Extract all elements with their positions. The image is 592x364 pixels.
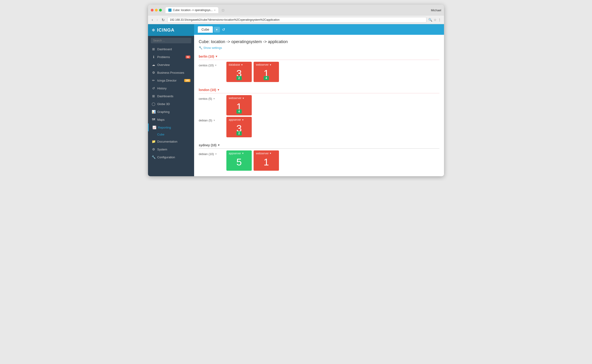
sidebar-item-system[interactable]: ⚙ System [148,145,194,153]
search-icon[interactable]: 🔍 [428,18,432,22]
sydney-debian-row: debian (10) ▼ appserver ▼ 5 [199,150,439,171]
sidebar-item-graphing[interactable]: 📊 Graphing [148,108,194,116]
sidebar-search-input[interactable] [151,38,191,43]
sidebar-item-label: System [157,148,167,151]
database-tile-header: database ▼ [229,63,250,66]
sidebar-item-dashboards[interactable]: ⊞ Dashboards [148,92,194,100]
debian-filter-icon[interactable]: ▼ [213,119,216,122]
new-tab-button[interactable]: □ [220,7,226,13]
reload-button[interactable]: ↻ [161,17,165,23]
sidebar-item-maps[interactable]: 🗺 Maps [148,116,194,124]
sidebar-item-label: Graphing [157,110,170,114]
sidebar-item-label: Reporting [158,126,171,129]
topbar-refresh[interactable]: ↺ [221,26,226,33]
sidebar-item-label: Icinga Director [157,79,177,82]
berlin-centos-row: centos (10) ▼ database ▼ 3 2 [199,62,439,82]
window-controls[interactable] [151,9,162,12]
database-label: database [229,63,240,66]
sydney-webserver-tile[interactable]: webserver ▼ 1 [254,150,279,171]
sidebar-logo: ❄ ICINGA [148,24,194,36]
london-filter-icon[interactable]: ▼ [217,88,220,91]
logo-icon: ❄ [152,28,155,33]
london-centos-tiles: webserver ▼ 1 4 [226,95,252,115]
webserver-badge: 4 [237,110,242,114]
berlin-webserver-tile[interactable]: webserver ▼ 1 4 [254,62,279,82]
sidebar-item-reporting[interactable]: 📈 Reporting [148,124,194,131]
sydney-debian-tiles: appserver ▼ 5 webserver ▼ 1 [226,150,279,171]
tab-favicon: ⬡ [168,8,171,12]
topbar-dropdown[interactable]: ▾ [214,27,220,32]
page-title: Cube: location -> operatingsystem -> app… [199,39,439,44]
address-input[interactable] [167,17,427,23]
sidebar-search-container [148,36,194,45]
appserver-label: appserver [229,118,241,121]
sidebar-item-label: Overview [157,63,170,67]
london-appserver-tile[interactable]: appserver ▼ 3 2 [226,117,252,137]
configuration-icon: 🔧 [152,155,155,159]
berlin-centos-tiles: database ▼ 3 2 webserver ▼ [226,62,279,82]
centos-filter-icon[interactable]: ▼ [213,98,215,100]
london-debian-row: debian (5) ▼ appserver ▼ 3 2 [199,117,439,137]
centos-filter-icon[interactable]: ▼ [215,64,217,67]
logo-text: ICINGA [157,27,175,33]
sydney-debian-label: debian (10) ▼ [199,150,226,156]
berlin-database-tile[interactable]: database ▼ 3 2 [226,62,252,82]
sidebar-item-label: Dashboards [157,94,173,98]
debian-filter-icon[interactable]: ▼ [215,153,217,155]
cube-tab[interactable]: Cube [198,26,213,33]
sidebar-item-problems[interactable]: ℹ Problems 62 [148,53,194,61]
webserver-number: 1 [256,157,277,168]
appserver-label: appserver [229,152,241,155]
sidebar-item-overview[interactable]: ☁ Overview [148,61,194,69]
sidebar-sub-cube[interactable]: Cube [148,131,194,137]
back-button[interactable]: ‹ [151,17,154,22]
webserver-tile-header: webserver ▼ [256,152,277,155]
berlin-header: berlin (10) ▼ [199,53,439,60]
sidebar-item-label: Maps [157,118,164,121]
london-debian-label: debian (5) ▼ [199,117,226,122]
sidebar: ❄ ICINGA ⊞ Dashboard ℹ Problems 62 ☁ Ove… [148,24,194,176]
berlin-label: berlin (10) [199,55,214,58]
sidebar-item-globe3d[interactable]: ◯ Globe 3D [148,100,194,108]
sydney-filter-icon[interactable]: ▼ [217,143,220,147]
sidebar-item-label: Business Processes [157,71,184,74]
sidebar-item-configuration[interactable]: 🔧 Configuration [148,153,194,161]
reporting-icon: 📈 [152,126,156,129]
berlin-filter-icon[interactable]: ▼ [215,55,218,58]
cube-section-berlin: berlin (10) ▼ centos (10) ▼ database [199,53,439,82]
main-content: Cube: location -> operatingsystem -> app… [194,35,444,176]
minimize-dot[interactable] [155,9,158,12]
bookmark-icon[interactable]: ☆ [434,18,437,22]
appserver-filter-icon: ▼ [242,119,244,121]
app-container: ❄ ICINGA ⊞ Dashboard ℹ Problems 62 ☁ Ove… [148,24,444,176]
browser-tab[interactable]: ⬡ Cube: location -> operatingsys... × [165,7,218,13]
london-webserver-tile[interactable]: webserver ▼ 1 4 [226,95,252,115]
show-settings-link[interactable]: 🔧 Show settings [199,46,439,50]
icinga-director-icon: ✏ [152,78,155,82]
dashboards-icon: ⊞ [152,94,155,98]
database-badge: 2 [237,76,242,80]
sidebar-item-business-processes[interactable]: ⚙ Business Processes [148,69,194,77]
history-icon: ↺ [152,86,155,90]
sidebar-item-label: Dashboard [157,47,172,51]
webserver-label: webserver [256,152,269,155]
maximize-dot[interactable] [159,9,162,12]
appserver-tile-header: appserver ▼ [229,152,250,155]
menu-icon[interactable]: ⋮ [438,18,441,22]
address-bar-icons: 🔍 ☆ ⋮ [428,18,441,22]
webserver-filter-icon: ▼ [242,97,244,99]
forward-button[interactable]: › [156,17,159,22]
sidebar-item-history[interactable]: ↺ History [148,84,194,92]
sidebar-item-label: Problems [157,55,170,59]
webserver-tile-header: webserver ▼ [256,63,277,66]
sidebar-item-icinga-director[interactable]: ✏ Icinga Director 183 [148,77,194,84]
documentation-icon: 📁 [152,140,155,143]
tab-close-button[interactable]: × [214,9,215,12]
sidebar-item-dashboard[interactable]: ⊞ Dashboard [148,45,194,53]
sidebar-item-documentation[interactable]: 📁 Documentation [148,137,194,145]
user-name: Michael [431,8,441,12]
sydney-appserver-tile[interactable]: appserver ▼ 5 [226,150,252,171]
close-dot[interactable] [151,9,153,12]
icinga-director-badge: 183 [184,79,191,82]
overview-icon: ☁ [152,63,155,67]
